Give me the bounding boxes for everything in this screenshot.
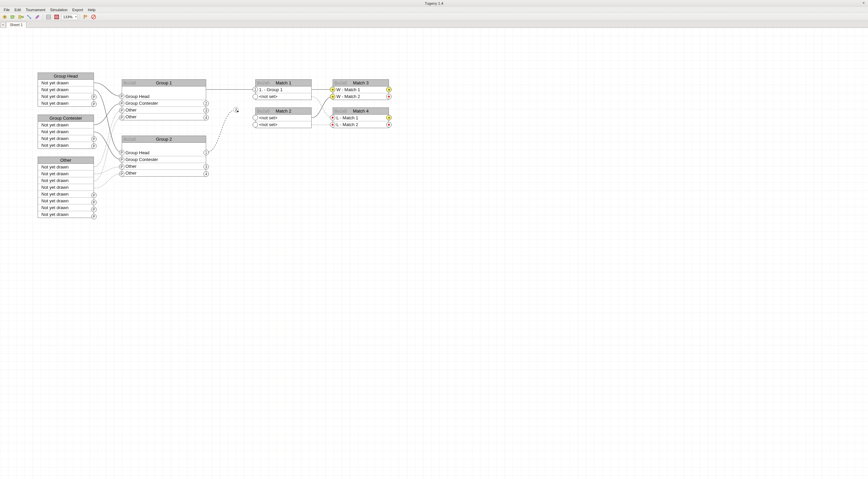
- pool-row[interactable]: Not yet drawn: [38, 177, 94, 184]
- menu-help[interactable]: Help: [85, 7, 98, 12]
- group-row[interactable]: Other: [122, 163, 206, 169]
- port-p-icon[interactable]: P: [119, 171, 124, 177]
- port-winner-icon[interactable]: [330, 87, 335, 92]
- port-p-icon[interactable]: P: [91, 94, 97, 100]
- port-p-icon[interactable]: P: [119, 157, 124, 162]
- port-winner-icon[interactable]: [386, 87, 392, 92]
- port-rank-icon[interactable]: 1: [253, 87, 258, 92]
- port-loser-icon[interactable]: [386, 94, 392, 99]
- group-row[interactable]: Group Head: [122, 149, 206, 156]
- port-loser-icon[interactable]: [330, 122, 335, 127]
- port-winner-icon[interactable]: [330, 94, 335, 99]
- port-p-icon[interactable]: P: [91, 143, 97, 149]
- port-rank-icon[interactable]: 4: [203, 171, 209, 177]
- port-p-icon[interactable]: P: [119, 101, 124, 106]
- pool-row[interactable]: Not yet drawn: [38, 142, 94, 148]
- port-rank-icon[interactable]: 3: [203, 164, 209, 169]
- group-row[interactable]: Group Head: [122, 93, 206, 100]
- pool-row[interactable]: Not yet drawn: [38, 80, 94, 86]
- match-row[interactable]: L - Match 2: [333, 121, 389, 128]
- port-winner-icon[interactable]: [386, 115, 392, 120]
- port-p-icon[interactable]: P: [91, 200, 97, 205]
- pool-row[interactable]: Not yet drawn: [38, 184, 94, 191]
- match-row[interactable]: L - Match 1: [333, 115, 389, 121]
- match-row[interactable]: <not set>: [256, 115, 311, 121]
- tool-forbid-icon[interactable]: [90, 14, 97, 20]
- port-p-icon[interactable]: P: [119, 94, 124, 99]
- canvas-area[interactable]: Group Head Not yet drawn Not yet drawn N…: [0, 28, 868, 479]
- port-p-icon[interactable]: P: [91, 136, 97, 142]
- pool-row[interactable]: Not yet drawn: [38, 93, 94, 100]
- match-2[interactable]: Bo2a5Match 2 <not set> <not set>: [255, 107, 312, 128]
- port-p-icon[interactable]: P: [91, 193, 97, 198]
- group-row[interactable]: Other: [122, 106, 206, 113]
- port-p-icon[interactable]: P: [119, 164, 124, 169]
- port-empty-icon[interactable]: [253, 94, 258, 99]
- port-p-icon[interactable]: P: [91, 214, 97, 219]
- port-rank-icon[interactable]: 3: [203, 108, 209, 113]
- menu-file[interactable]: File: [1, 7, 12, 12]
- tool-flag-icon[interactable]: [82, 14, 89, 20]
- group-1[interactable]: Bo2a5Group 1 Group Head Group Contester …: [122, 79, 206, 120]
- port-rank-icon[interactable]: 4: [203, 115, 209, 120]
- box-header: Group Contester: [38, 115, 94, 122]
- tab-sheet1[interactable]: Sheet 1: [6, 22, 26, 28]
- pool-row[interactable]: Not yet drawn: [38, 86, 94, 93]
- match-4[interactable]: Bo2a5Match 4 L - Match 1 L - Match 2: [333, 107, 389, 128]
- port-p-icon[interactable]: P: [119, 115, 124, 120]
- pool-row[interactable]: Not yet drawn: [38, 100, 94, 106]
- pool-group-head[interactable]: Group Head Not yet drawn Not yet drawn N…: [38, 73, 94, 107]
- group-row[interactable]: Other: [122, 113, 206, 120]
- match-1[interactable]: Bo2a5Match 1 1. - Group 1 <not set>: [255, 79, 312, 100]
- tab-add-button[interactable]: +: [1, 22, 5, 27]
- tool-link-icon[interactable]: [26, 14, 33, 20]
- dragging-port-marker[interactable]: 2 ➤: [233, 107, 239, 113]
- pool-group-contester[interactable]: Group Contester Not yet drawn Not yet dr…: [38, 115, 94, 149]
- group-row[interactable]: Other: [122, 169, 206, 176]
- port-empty-icon[interactable]: [253, 122, 258, 127]
- port-rank-icon[interactable]: 2: [203, 101, 209, 106]
- tool-new-icon[interactable]: [1, 14, 8, 20]
- menu-export[interactable]: Export: [70, 7, 85, 12]
- match-row[interactable]: <not set>: [256, 121, 311, 128]
- pool-row[interactable]: Not yet drawn: [38, 135, 94, 142]
- port-loser-icon[interactable]: [330, 115, 335, 120]
- port-p-icon[interactable]: P: [91, 101, 97, 107]
- port-p-icon[interactable]: P: [119, 150, 124, 155]
- port-p-icon[interactable]: P: [119, 108, 124, 113]
- menu-edit[interactable]: Edit: [12, 7, 23, 12]
- menu-simulation[interactable]: Simulation: [48, 7, 70, 12]
- match-row[interactable]: 1. - Group 1: [256, 86, 311, 93]
- window-close-button[interactable]: ×: [861, 1, 866, 5]
- pool-row[interactable]: Not yet drawn: [38, 170, 94, 177]
- pool-row[interactable]: Not yet drawn: [38, 204, 94, 211]
- port-rank-icon[interactable]: 1: [203, 150, 209, 155]
- tool-add-node-icon[interactable]: [9, 14, 16, 20]
- group-row[interactable]: Group Contester: [122, 100, 206, 106]
- pool-row[interactable]: Not yet drawn: [38, 191, 94, 197]
- port-p-icon[interactable]: P: [91, 207, 97, 212]
- box-header: Bo2a5Match 1: [256, 80, 311, 86]
- pool-row[interactable]: Not yet drawn: [38, 211, 94, 218]
- box-header: Bo2a5Group 1: [122, 80, 206, 86]
- pool-row[interactable]: Not yet drawn: [38, 197, 94, 204]
- tool-paint-icon[interactable]: [34, 14, 41, 20]
- menu-tournament[interactable]: Tournament: [23, 7, 48, 12]
- match-row[interactable]: <not set>: [256, 93, 311, 100]
- match-row[interactable]: W - Match 1: [333, 86, 389, 93]
- pool-row[interactable]: Not yet drawn: [38, 128, 94, 135]
- tool-grid-dark-icon[interactable]: [53, 14, 60, 20]
- group-row[interactable]: Group Contester: [122, 156, 206, 163]
- zoom-select[interactable]: 133%: [61, 14, 78, 20]
- pool-row[interactable]: Not yet drawn: [38, 164, 94, 170]
- match-row[interactable]: W - Match 2: [333, 93, 389, 100]
- svg-rect-3: [19, 17, 21, 19]
- port-empty-icon[interactable]: [253, 115, 258, 120]
- match-3[interactable]: Bo2a5Match 3 W - Match 1 W - Match 2: [333, 79, 389, 100]
- group-2[interactable]: Bo2a5Group 2 Group Head Group Contester …: [122, 136, 206, 177]
- pool-row[interactable]: Not yet drawn: [38, 122, 94, 128]
- port-loser-icon[interactable]: [386, 122, 392, 127]
- tool-grid-light-icon[interactable]: [45, 14, 52, 20]
- tool-add-group-icon[interactable]: [18, 14, 24, 20]
- pool-other[interactable]: Other Not yet drawn Not yet drawn Not ye…: [38, 157, 94, 218]
